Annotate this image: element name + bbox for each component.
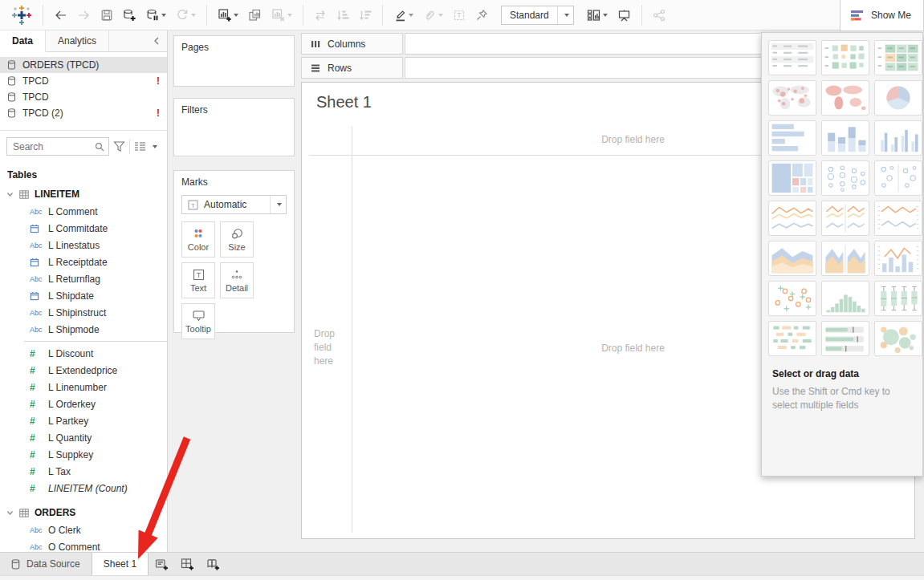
redo-arrow-button[interactable] — [74, 3, 94, 27]
new-dashboard-button[interactable] — [174, 553, 200, 575]
datasource-item[interactable]: TPCD — [0, 89, 167, 105]
refresh-caret[interactable] — [191, 14, 196, 17]
field-item[interactable]: AbcL Shipmode — [0, 321, 167, 338]
pause-updates-button[interactable] — [143, 3, 169, 27]
showme-thumb-lines-continuous[interactable] — [768, 201, 816, 236]
showme-thumb-heatmap[interactable] — [821, 40, 869, 75]
pages-shelf[interactable]: Pages — [173, 35, 295, 87]
chevron-down-icon[interactable] — [6, 191, 14, 198]
share-button[interactable] — [649, 3, 670, 27]
showme-thumb-text-table[interactable] — [768, 40, 816, 75]
showme-thumb-filled-map[interactable] — [821, 80, 869, 116]
presentation-mode-button[interactable] — [614, 3, 634, 27]
search-input[interactable] — [13, 141, 95, 152]
filter-funnel-icon[interactable] — [113, 140, 125, 152]
table-header[interactable]: LINEITEM — [0, 185, 167, 203]
detail-button[interactable]: Detail — [220, 262, 254, 298]
tab-analytics[interactable]: Analytics — [46, 30, 109, 51]
field-item[interactable]: #L Discount — [0, 345, 167, 362]
field-item[interactable]: #L Orderkey — [0, 395, 167, 412]
showme-thumb-packed-bubbles[interactable] — [874, 321, 922, 356]
field-item[interactable]: L Receiptdate — [0, 253, 167, 270]
showme-thumb-stacked-bars[interactable] — [821, 120, 869, 156]
highlight-pen-button[interactable] — [390, 3, 417, 27]
fit-select[interactable]: Standard — [501, 6, 574, 25]
size-button[interactable]: Size — [220, 221, 254, 258]
showme-thumb-pie-chart[interactable] — [874, 80, 922, 116]
field-item[interactable]: #L Quantity — [0, 429, 167, 446]
field-item[interactable]: #L Suppkey — [0, 446, 167, 463]
clear-sheet-button[interactable] — [268, 3, 295, 27]
pause-updates-caret[interactable] — [161, 14, 166, 17]
datasource-item[interactable]: TPCD (2)! — [0, 105, 167, 121]
field-item[interactable]: AbcO Comment — [0, 538, 167, 552]
drop-zone-left[interactable]: Drop field here — [314, 327, 348, 368]
filters-shelf[interactable]: Filters — [173, 98, 295, 156]
sheet-tab-sheet1[interactable]: Sheet 1 — [92, 553, 149, 575]
showme-thumb-symbol-map[interactable] — [768, 80, 816, 116]
field-item[interactable]: #LINEITEM (Count) — [0, 480, 167, 497]
collapse-pane-button[interactable] — [146, 30, 167, 51]
highlight-pen-caret[interactable] — [409, 14, 413, 17]
field-item[interactable]: AbcL Shipinstruct — [0, 304, 167, 321]
text-button[interactable]: TText — [181, 262, 215, 298]
undo-arrow-button[interactable] — [51, 3, 71, 27]
new-datasource-button[interactable] — [120, 3, 140, 27]
showme-thumb-dual-combination[interactable] — [874, 241, 922, 276]
color-button[interactable]: Color — [181, 221, 215, 258]
field-item[interactable]: #L Tax — [0, 463, 167, 480]
field-item[interactable]: #L Extendedprice — [0, 362, 167, 379]
duplicate-sheet-button[interactable] — [245, 3, 265, 27]
group-paperclip-caret[interactable] — [438, 14, 443, 17]
sort-ascending-button[interactable] — [333, 3, 352, 27]
field-item[interactable]: AbcL Comment — [0, 203, 167, 220]
fix-axes-pin-button[interactable] — [472, 3, 491, 27]
show-hide-cards-caret[interactable] — [603, 14, 608, 17]
showme-thumb-highlight-table[interactable] — [874, 40, 922, 75]
save-button[interactable] — [97, 3, 116, 27]
field-item[interactable]: L Commitdate — [0, 220, 167, 237]
show-hide-cards-button[interactable] — [584, 3, 611, 27]
field-item[interactable]: #L Linenumber — [0, 379, 167, 395]
field-item[interactable]: L Shipdate — [0, 287, 167, 304]
data-source-tab[interactable]: Data Source — [0, 553, 92, 575]
table-header[interactable]: ORDERS — [0, 504, 167, 521]
mark-labels-button[interactable]: T — [450, 3, 469, 27]
show-me-button[interactable]: Show Me — [840, 0, 924, 31]
fit-select-caret[interactable] — [557, 6, 573, 24]
view-options-caret[interactable] — [153, 145, 157, 148]
showme-thumb-box-and-whisker[interactable] — [874, 281, 922, 316]
clear-sheet-caret[interactable] — [287, 14, 292, 17]
swap-axes-button[interactable] — [311, 3, 330, 27]
new-worksheet-button[interactable] — [214, 3, 242, 27]
new-story-button[interactable] — [200, 553, 226, 575]
field-item[interactable]: #L Partkey — [0, 412, 167, 429]
showme-thumb-dual-lines[interactable] — [874, 201, 922, 236]
showme-thumb-scatter-plot[interactable] — [768, 281, 816, 316]
new-worksheet-caret[interactable] — [234, 14, 238, 17]
showme-thumb-treemap[interactable] — [768, 160, 816, 196]
datasource-item[interactable]: ORDERS (TPCD) — [0, 57, 167, 73]
showme-thumb-lines-discrete[interactable] — [821, 201, 869, 236]
field-item[interactable]: AbcL Linestatus — [0, 237, 167, 253]
showme-thumb-area-discrete[interactable] — [821, 241, 869, 276]
datasource-item[interactable]: TPCD! — [0, 73, 167, 89]
showme-thumb-horizontal-bars[interactable] — [768, 120, 816, 156]
sort-descending-button[interactable] — [356, 3, 375, 27]
view-list-icon[interactable] — [134, 141, 146, 152]
showme-thumb-bullet-graph[interactable] — [821, 321, 869, 356]
field-item[interactable]: AbcO Clerk — [0, 521, 167, 538]
showme-thumb-gantt[interactable] — [768, 321, 816, 356]
showme-thumb-area-continuous[interactable] — [768, 241, 816, 276]
showme-thumb-circle-views[interactable] — [821, 160, 869, 196]
showme-thumb-side-by-side-circles[interactable] — [874, 160, 922, 196]
new-worksheet-button[interactable] — [149, 553, 174, 575]
mark-type-dropdown[interactable]: T Automatic — [181, 195, 287, 214]
chevron-down-icon[interactable] — [6, 509, 14, 517]
field-item[interactable]: AbcL Returnflag — [0, 270, 167, 287]
tooltip-button[interactable]: Tooltip — [181, 303, 215, 339]
refresh-button[interactable] — [173, 3, 199, 27]
group-paperclip-button[interactable] — [420, 3, 446, 27]
showme-thumb-side-by-side-bars[interactable] — [874, 120, 922, 156]
tab-data[interactable]: Data — [0, 30, 46, 52]
